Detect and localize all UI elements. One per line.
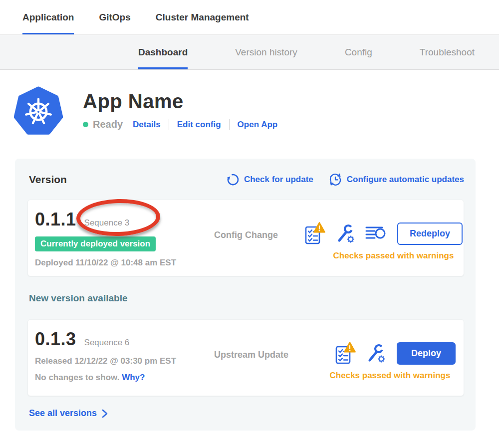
- refresh-icon: [227, 173, 240, 186]
- available-version-card: 0.1.3 Sequence 6 Released 12/12/22 @ 03:…: [27, 319, 464, 396]
- details-link[interactable]: Details: [133, 120, 161, 130]
- status-text: Ready: [93, 119, 123, 130]
- new-version-heading: New version available: [29, 293, 464, 304]
- open-app-link[interactable]: Open App: [238, 120, 278, 130]
- wrench-gear-icon[interactable]: [366, 343, 386, 363]
- nav-item-cluster-management[interactable]: Cluster Management: [156, 0, 249, 34]
- nav-item-application[interactable]: Application: [22, 0, 74, 34]
- nav-label: Cluster Management: [156, 12, 249, 23]
- deployed-timestamp: Deployed 11/10/22 @ 10:48 am EST: [35, 258, 207, 268]
- app-header: App Name Ready Details Edit config Open …: [14, 86, 499, 135]
- primary-nav: Application GitOps Cluster Management: [0, 0, 499, 35]
- see-all-versions-label: See all versions: [29, 408, 97, 419]
- current-version-number: 0.1.1: [35, 209, 76, 230]
- tab-label: Dashboard: [138, 47, 188, 58]
- tab-dashboard[interactable]: Dashboard: [138, 35, 188, 69]
- check-for-update-button[interactable]: Check for update: [227, 173, 313, 186]
- status-dot-icon: [83, 122, 88, 127]
- tab-label: Troubleshoot: [420, 47, 475, 58]
- version-card-title: Version: [27, 174, 67, 186]
- configure-automatic-updates-button[interactable]: Configure automatic updates: [328, 173, 464, 187]
- current-version-card: 0.1.1 Sequence 3 Currently deployed vers…: [27, 200, 464, 276]
- no-changes-label: No changes to show.: [35, 373, 119, 382]
- current-sequence-label: Sequence 3: [84, 218, 130, 228]
- divider: [169, 119, 169, 130]
- nav-label: GitOps: [99, 12, 130, 23]
- chevron-right-icon: [102, 409, 108, 418]
- checks-status-text: Checks passed with warnings: [294, 251, 463, 261]
- nav-item-gitops[interactable]: GitOps: [99, 0, 130, 34]
- page-title: App Name: [83, 90, 277, 113]
- why-link[interactable]: Why?: [122, 373, 145, 382]
- no-changes-text: No changes to show. Why?: [35, 373, 207, 383]
- current-change-type: Config Change: [207, 209, 294, 268]
- version-card: Version Check for update Configure autom…: [15, 159, 476, 431]
- available-version-number: 0.1.3: [35, 329, 76, 350]
- divider: [229, 119, 230, 130]
- configure-automatic-updates-label: Configure automatic updates: [347, 175, 464, 185]
- available-sequence-label: Sequence 6: [84, 338, 130, 348]
- edit-config-link[interactable]: Edit config: [177, 120, 221, 130]
- kubernetes-logo: [14, 86, 63, 135]
- tab-label: Config: [345, 47, 372, 58]
- nav-label: Application: [22, 12, 74, 23]
- checks-status-text: Checks passed with warnings: [294, 371, 456, 381]
- secondary-nav: Dashboard Version history Config Trouble…: [0, 35, 499, 70]
- tab-troubleshoot[interactable]: Troubleshoot: [420, 35, 475, 69]
- currently-deployed-badge: Currently deployed version: [35, 236, 156, 251]
- redeploy-button[interactable]: Redeploy: [397, 223, 463, 245]
- preflight-checklist-warning-icon[interactable]: [304, 222, 325, 245]
- available-change-type: Upstream Update: [207, 329, 294, 388]
- see-all-versions-link[interactable]: See all versions: [29, 408, 464, 419]
- tab-label: Version history: [235, 47, 297, 58]
- check-for-update-label: Check for update: [244, 175, 313, 185]
- deploy-button[interactable]: Deploy: [397, 342, 456, 365]
- tab-config[interactable]: Config: [345, 35, 372, 69]
- preflight-checklist-warning-icon[interactable]: [335, 342, 356, 365]
- wrench-gear-icon[interactable]: [335, 224, 355, 243]
- released-timestamp: Released 12/12/22 @ 03:30 pm EST: [35, 356, 207, 366]
- auto-update-clock-icon: [328, 173, 342, 187]
- diff-lines-magnifier-icon[interactable]: [365, 225, 386, 242]
- tab-version-history[interactable]: Version history: [235, 35, 297, 69]
